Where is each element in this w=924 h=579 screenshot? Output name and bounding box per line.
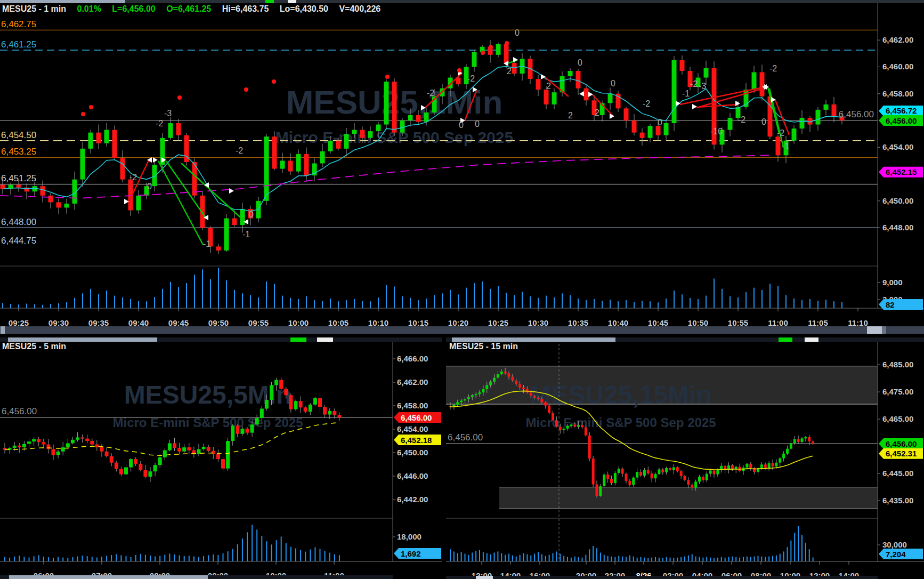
svg-text:Micro E-mini S&P 500 Sep 2025: Micro E-mini S&P 500 Sep 2025: [525, 415, 716, 430]
scrollbar-segment[interactable]: [882, 326, 886, 334]
svg-text:6,456.00: 6,456.00: [401, 413, 432, 422]
trade-pnl-annotation: -2: [690, 79, 698, 89]
trade-pnl-annotation: -3: [164, 109, 172, 118]
svg-text:MESU25,15Min: MESU25,15Min: [530, 381, 711, 409]
candles-m1: [1, 40, 845, 254]
svg-text:6,462.75: 6,462.75: [1, 19, 36, 29]
scrollbar-segment[interactable]: [265, 0, 274, 3]
scrollbar-segment[interactable]: [476, 576, 493, 579]
svg-text:6,446.00: 6,446.00: [397, 471, 428, 480]
symbol-interval-label-5m: MESU25 - 5 min: [2, 342, 66, 351]
scrollbar-top-1m[interactable]: [0, 0, 924, 3]
svg-text:6,475.00: 6,475.00: [882, 387, 913, 396]
trade-pnl-annotation: 2: [507, 67, 512, 76]
volume-bars-m5: [4, 525, 340, 561]
svg-text:18,000: 18,000: [397, 532, 422, 541]
trading-workspace: MESU25,1MinMicro E-mini S&P 500 Sep 2025…: [0, 0, 924, 579]
trade-pnl-annotation: -2: [427, 89, 434, 98]
symbol-interval-label-15m: MESU25 - 15 min: [449, 342, 518, 351]
chart-m5[interactable]: MESU25,5MinMicro E-mini S&P 500 Sep 2025…: [0, 341, 442, 579]
scrollbar-segment[interactable]: [779, 337, 792, 342]
scrollbar-top-5m[interactable]: [0, 337, 442, 342]
svg-text:6,453.25: 6,453.25: [1, 147, 36, 157]
svg-text:6,435.00: 6,435.00: [882, 496, 913, 505]
scrollbar-bottom-5m[interactable]: [0, 575, 393, 579]
svg-text:6,448.00: 6,448.00: [882, 223, 913, 232]
volume-bars-m1: [2, 268, 842, 308]
low-price-label: Lo=6,430.50: [280, 4, 328, 13]
chart-1m-header: MESU25 - 1 min 0.01% L=6,456.00 O=6,461.…: [2, 4, 389, 14]
chart-15m-header: MESU25 - 15 min: [449, 342, 526, 351]
scrollbar-segment[interactable]: [0, 0, 125, 3]
scrollbar-segment[interactable]: [8, 337, 157, 342]
time-axis-m1[interactable]: 09:2509:3009:3509:4009:4509:5009:5510:00…: [9, 308, 868, 327]
trade-pnl-annotation: 0: [761, 117, 766, 126]
svg-text:6,458.00: 6,458.00: [397, 401, 428, 410]
trade-pnl-annotation: -1: [203, 239, 210, 248]
svg-text:6,454.00: 6,454.00: [397, 424, 428, 433]
price-axis-m5[interactable]: 6,466.006,462.006,458.006,454.006,450.00…: [393, 354, 428, 541]
svg-text:6,460.00: 6,460.00: [882, 62, 913, 71]
trade-pnl-annotation: -2: [777, 128, 784, 138]
trade-pnl-annotation: 2: [595, 108, 599, 117]
change-percent-label: 0.01%: [77, 4, 101, 13]
svg-text:30,000: 30,000: [882, 540, 907, 549]
price-line-label: 6,456.00: [839, 109, 874, 119]
price-line-label: 6,456.00: [2, 406, 37, 416]
last-price-label: L=6,456.00: [112, 4, 155, 13]
svg-text:6,461.25: 6,461.25: [1, 39, 36, 50]
open-price-label: O=6,461.25: [166, 4, 211, 13]
trade-pnl-annotation: -2: [738, 115, 745, 124]
trade-pnl-annotation: -1: [782, 142, 789, 151]
trade-pnl-annotation: 2: [546, 82, 551, 91]
svg-text:6,465.00: 6,465.00: [882, 414, 913, 423]
scrollbar-segment[interactable]: [290, 337, 306, 342]
svg-text:6,450.00: 6,450.00: [882, 196, 913, 205]
svg-text:6,452.15: 6,452.15: [886, 167, 917, 176]
trade-pnl-annotation: -2: [467, 74, 475, 83]
scrollbar-segment[interactable]: [288, 0, 296, 3]
scrollbar-segment[interactable]: [317, 337, 333, 342]
scrollbar-top-15m[interactable]: [446, 337, 924, 342]
svg-text:6,462.00: 6,462.00: [882, 35, 913, 44]
svg-text:6,462.00: 6,462.00: [397, 377, 428, 387]
svg-text:1,692: 1,692: [401, 549, 421, 558]
svg-text:6,452.31: 6,452.31: [886, 449, 917, 458]
scrollbar-segment[interactable]: [1, 326, 5, 334]
high-price-label: Hi=6,463.75: [222, 4, 269, 13]
svg-text:6,445.00: 6,445.00: [882, 469, 913, 478]
volume-bars-m15: [450, 526, 814, 561]
trade-pnl-annotation: -2: [236, 146, 243, 155]
trade-pnl-annotation: -2: [769, 64, 777, 73]
scrollbar-segment[interactable]: [867, 326, 882, 334]
volume-label: V=400,226: [339, 4, 380, 13]
charts-canvas[interactable]: MESU25,1MinMicro E-mini S&P 500 Sep 2025…: [0, 0, 924, 579]
svg-text:6,444.75: 6,444.75: [1, 236, 36, 246]
chart-m15[interactable]: MESU25,15MinMicro E-mini S&P 500 Sep 202…: [446, 341, 924, 579]
svg-text:9,000: 9,000: [882, 278, 903, 287]
svg-text:6,456.72: 6,456.72: [886, 106, 917, 115]
trade-pnl-annotation: 0: [611, 79, 615, 88]
trade-pnl-annotation: 0: [249, 210, 254, 219]
scrollbar-bottom-15m[interactable]: [446, 576, 878, 579]
trade-pnl-annotation: -2: [129, 173, 137, 182]
scrollbar-segment[interactable]: [452, 337, 615, 342]
trade-pnl-annotation: -10: [710, 127, 723, 136]
scrollbar-bottom-1m[interactable]: [0, 326, 924, 334]
trade-pnl-annotation: -3: [699, 82, 706, 91]
trade-pnl-annotation: 0: [515, 28, 520, 37]
svg-text:82: 82: [886, 300, 895, 309]
svg-text:7,204: 7,204: [886, 550, 906, 559]
svg-text:6,454.00: 6,454.00: [882, 142, 913, 151]
svg-text:6,442.00: 6,442.00: [397, 495, 428, 504]
trade-pnl-annotation: 0: [459, 120, 464, 130]
scrollbar-segment[interactable]: [805, 337, 818, 342]
trade-pnl-annotation: 2: [568, 111, 573, 120]
symbol-interval-label: MESU25 - 1 min: [2, 4, 66, 13]
scrollbar-segment[interactable]: [9, 575, 208, 579]
chart-m1[interactable]: MESU25,1MinMicro E-mini S&P 500 Sep 2025…: [0, 3, 924, 327]
svg-text:6,452.18: 6,452.18: [401, 436, 432, 445]
price-line-label: 6,456.00: [448, 432, 483, 443]
svg-text:6,448.00: 6,448.00: [1, 217, 36, 227]
trade-pnl-annotation: -2: [643, 99, 650, 108]
